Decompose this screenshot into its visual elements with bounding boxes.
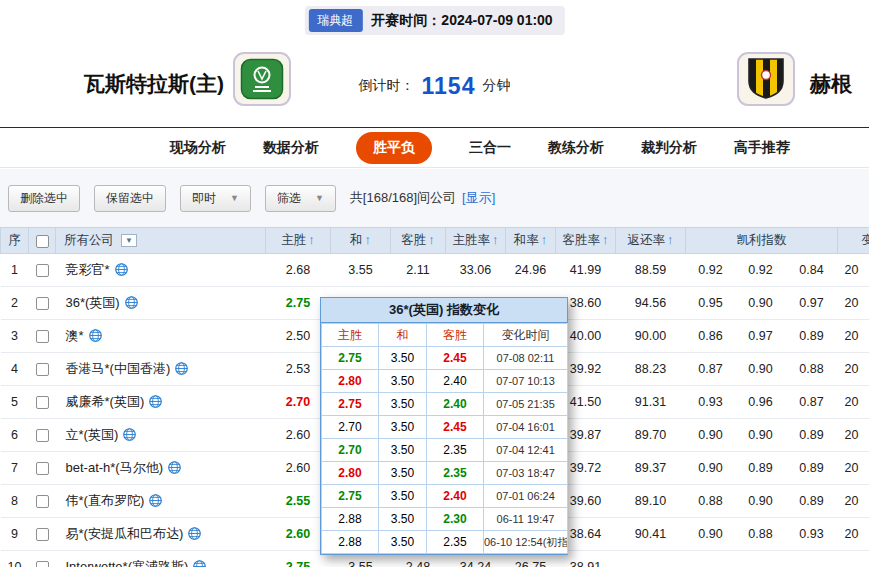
company-name[interactable]: 立*(英国): [66, 427, 119, 442]
popup-title: 36*(英国) 指数变化: [321, 298, 567, 323]
sort-asc-icon[interactable]: ↑: [492, 232, 499, 247]
kelly-value: 0.97: [786, 287, 838, 320]
tab-胜平负[interactable]: 胜平负: [356, 132, 432, 164]
kelly-value: 0.84: [786, 254, 838, 287]
popup-away-odds: 2.30: [427, 508, 484, 531]
company-name[interactable]: 香港马*(中国香港): [66, 361, 171, 376]
return-rate: 90.41: [616, 518, 686, 551]
tab-三合一[interactable]: 三合一: [469, 139, 511, 157]
kelly-value: 0.92: [736, 254, 786, 287]
league-badge[interactable]: 瑞典超: [308, 9, 362, 32]
change-time: 20: [838, 287, 869, 320]
show-link[interactable]: [显示]: [462, 190, 495, 205]
tab-裁判分析[interactable]: 裁判分析: [641, 139, 697, 157]
row-checkbox[interactable]: [36, 363, 49, 376]
kickoff-time: 开赛时间：2024-07-09 01:00: [371, 12, 552, 30]
col-away-odds: 客胜↑: [391, 228, 446, 254]
tab-现场分析[interactable]: 现场分析: [170, 139, 226, 157]
company-name[interactable]: 竞彩官*: [66, 262, 110, 277]
row-checkbox[interactable]: [36, 561, 49, 567]
return-rate: 88.23: [616, 353, 686, 386]
sort-asc-icon[interactable]: ↑: [365, 232, 372, 247]
company-name[interactable]: Interwette*(塞浦路斯): [66, 559, 189, 567]
sort-asc-icon[interactable]: ↑: [667, 232, 674, 247]
popup-away-odds: 2.45: [427, 416, 484, 439]
return-rate: 89.37: [616, 452, 686, 485]
company-name[interactable]: 36*(英国): [66, 295, 120, 310]
popup-home-odds: 2.88: [322, 531, 379, 554]
popup-draw-odds: 3.50: [379, 416, 427, 439]
popup-away-odds: 2.40: [427, 370, 484, 393]
home-rate: 33.06: [446, 254, 506, 287]
company-name[interactable]: 威廉希*(英国): [66, 394, 145, 409]
sort-asc-icon[interactable]: ↑: [602, 232, 609, 247]
popup-change-time: 06-10 12:54(初指): [484, 531, 568, 554]
change-time: 20: [838, 452, 869, 485]
col-away-rate: 客胜率↑: [556, 228, 616, 254]
popup-change-time: 07-04 16:01: [484, 416, 568, 439]
popup-home-odds: 2.75: [322, 485, 379, 508]
popup-away-odds: 2.35: [427, 439, 484, 462]
row-index: 7: [1, 452, 29, 485]
kelly-value: 0.93: [786, 518, 838, 551]
tab-高手推荐[interactable]: 高手推荐: [734, 139, 790, 157]
globe-icon: [123, 428, 136, 441]
row-checkbox[interactable]: [36, 528, 49, 541]
table-header-row: 序 所有公司▼ 主胜↑ 和↑ 客胜↑ 主胜率↑ 和率↑ 客胜率↑ 返还率↑ 凯利…: [1, 228, 869, 254]
row-checkbox[interactable]: [36, 330, 49, 343]
sort-asc-icon[interactable]: ↑: [308, 232, 315, 247]
sort-asc-icon[interactable]: ↑: [541, 232, 548, 247]
globe-icon: [89, 329, 102, 342]
draw-rate: 24.96: [506, 254, 556, 287]
company-filter-icon[interactable]: ▼: [121, 234, 137, 247]
popup-away-odds: 2.40: [427, 393, 484, 416]
row-index: 8: [1, 485, 29, 518]
change-time: 20: [838, 419, 869, 452]
row-checkbox[interactable]: [36, 297, 49, 310]
select-all-checkbox[interactable]: [36, 235, 49, 248]
analysis-nav: 现场分析数据分析胜平负三合一教练分析裁判分析高手推荐: [0, 127, 869, 168]
popup-col-away: 客胜: [427, 324, 484, 347]
time-mode-dropdown[interactable]: 即时 ▼: [180, 185, 251, 212]
globe-icon: [115, 263, 128, 276]
delete-selected-button[interactable]: 删除选中: [8, 185, 80, 212]
filter-dropdown[interactable]: 筛选 ▼: [265, 185, 336, 212]
row-checkbox[interactable]: [36, 264, 49, 277]
row-checkbox[interactable]: [36, 429, 49, 442]
return-rate: [616, 551, 686, 567]
popup-change-time: 07-04 12:41: [484, 439, 568, 462]
company-name[interactable]: 澳*: [66, 328, 84, 343]
popup-home-odds: 2.80: [322, 462, 379, 485]
row-checkbox[interactable]: [36, 495, 49, 508]
row-index: 3: [1, 320, 29, 353]
col-home-rate: 主胜率↑: [446, 228, 506, 254]
keep-selected-button[interactable]: 保留选中: [94, 185, 166, 212]
draw-odds: 3.55: [331, 254, 391, 287]
popup-col-draw: 和: [379, 324, 427, 347]
kelly-value: 0.90: [736, 287, 786, 320]
row-index: 5: [1, 386, 29, 419]
company-name[interactable]: bet-at-h*(马尔他): [66, 460, 164, 475]
row-checkbox[interactable]: [36, 462, 49, 475]
popup-col-time: 变化时间: [484, 324, 568, 347]
tab-数据分析[interactable]: 数据分析: [263, 139, 319, 157]
col-company-label: 所有公司: [64, 233, 114, 247]
popup-change-time: 07-01 06:24: [484, 485, 568, 508]
company-name[interactable]: 伟*(直布罗陀): [66, 493, 145, 508]
popup-change-time: 07-08 02:11: [484, 347, 568, 370]
countdown-unit: 分钟: [482, 77, 510, 95]
row-checkbox[interactable]: [36, 396, 49, 409]
kelly-value: 0.89: [736, 452, 786, 485]
home-crest-icon: [240, 58, 284, 100]
away-team-name: 赫根: [810, 70, 852, 98]
kelly-value: 0.90: [686, 518, 736, 551]
col-select: [29, 228, 56, 254]
popup-row: 2.803.502.4007-07 10:13: [322, 370, 568, 393]
tab-教练分析[interactable]: 教练分析: [548, 139, 604, 157]
row-index: 6: [1, 419, 29, 452]
kelly-value: 0.90: [736, 485, 786, 518]
change-time: 20: [838, 320, 869, 353]
chevron-down-icon: ▼: [315, 193, 324, 203]
sort-asc-icon[interactable]: ↑: [428, 232, 435, 247]
company-name[interactable]: 易*(安提瓜和巴布达): [66, 526, 184, 541]
